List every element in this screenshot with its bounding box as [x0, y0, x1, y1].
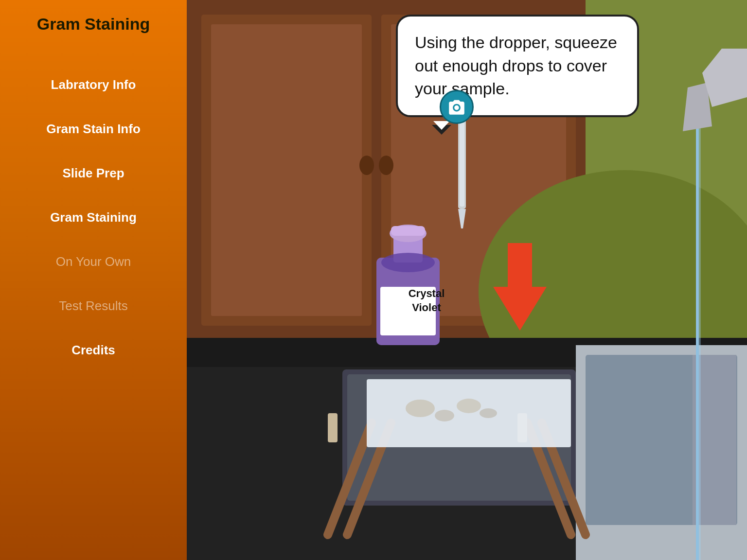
- sidebar-item-slide-prep[interactable]: Slide Prep: [0, 151, 187, 195]
- speech-bubble-text: Using the dropper, squeeze out enough dr…: [415, 33, 617, 98]
- sidebar-item-gram-stain-info[interactable]: Gram Stain Info: [0, 107, 187, 151]
- svg-rect-20: [328, 413, 338, 442]
- bottle-label: Crystal Violet: [400, 287, 453, 315]
- svg-point-26: [480, 408, 497, 418]
- svg-rect-3: [211, 24, 362, 316]
- bottle-label-line2: Violet: [412, 301, 441, 314]
- svg-point-45: [381, 253, 435, 272]
- app-title: Gram Staining: [37, 15, 150, 34]
- sidebar-item-on-your-own: On Your Own: [0, 240, 187, 284]
- sidebar-item-laboratory-info[interactable]: Labratory Info: [0, 63, 187, 107]
- svg-rect-44: [391, 226, 425, 236]
- camera-button[interactable]: [440, 90, 474, 124]
- svg-point-25: [457, 399, 481, 413]
- camera-icon: [447, 98, 466, 116]
- sidebar-item-test-results: Test Results: [0, 284, 187, 328]
- svg-point-24: [435, 410, 454, 421]
- sidebar-item-credits[interactable]: Credits: [0, 328, 187, 372]
- sidebar-item-gram-staining[interactable]: Gram Staining: [0, 195, 187, 240]
- svg-point-5: [359, 156, 374, 175]
- bottle-label-line1: Crystal: [409, 287, 445, 299]
- main-content: Using the dropper, squeeze out enough dr…: [187, 0, 747, 560]
- speech-bubble: Using the dropper, squeeze out enough dr…: [396, 15, 639, 117]
- sidebar: Gram Staining Labratory Info Gram Stain …: [0, 0, 187, 560]
- svg-point-23: [406, 400, 435, 417]
- svg-point-6: [379, 156, 393, 175]
- svg-rect-37: [460, 114, 464, 207]
